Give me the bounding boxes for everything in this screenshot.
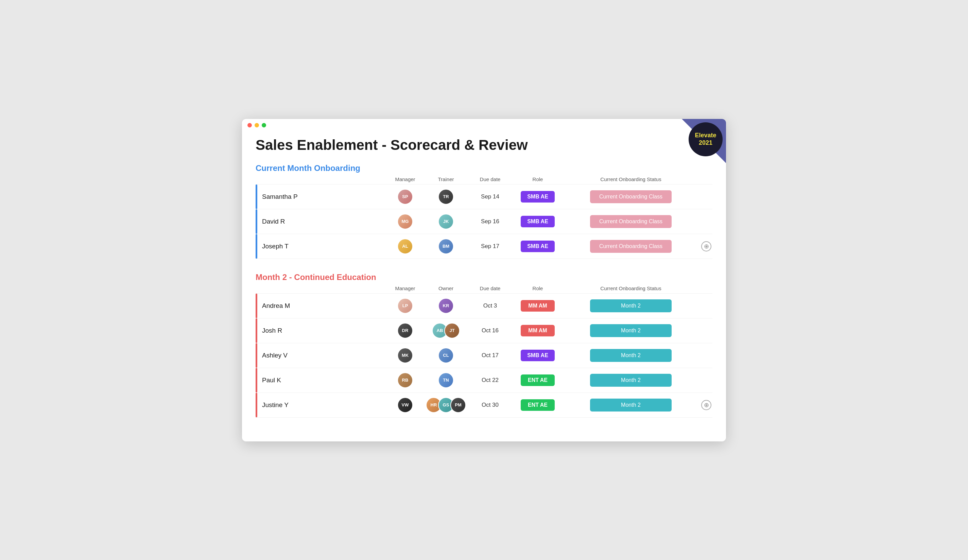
due-date: Sep 14	[466, 193, 514, 200]
row-border	[255, 293, 257, 318]
role-badge-cell: SMB AE	[514, 240, 562, 252]
section2-table: Manager Owner Due date Role Current Onbo…	[255, 285, 713, 418]
trainer-avatar-cell: BM	[426, 239, 466, 254]
section1-table: Manager Trainer Due date Role Current On…	[255, 176, 713, 259]
add-button[interactable]: ⊕	[701, 241, 711, 252]
due-date: Oct 22	[466, 377, 514, 384]
status-badge: Month 2	[590, 299, 671, 312]
section1-col-headers: Manager Trainer Due date Role Current On…	[255, 176, 713, 184]
avatar: RB	[397, 373, 413, 388]
status-badge: Current Onboarding Class	[590, 190, 671, 203]
row-border	[255, 343, 257, 368]
avatar: KR	[438, 298, 454, 314]
role-badge-cell: MM AM	[514, 300, 562, 311]
due-date: Sep 16	[466, 218, 514, 225]
avatar: AL	[397, 239, 413, 254]
role-badge: MM AM	[521, 300, 555, 311]
role-badge: ENT AE	[521, 399, 555, 411]
col-manager: Manager	[385, 176, 426, 182]
status-cell: Month 2	[562, 399, 700, 411]
manager-avatar-cell: VW	[385, 397, 426, 413]
col-status: Current Onboarding Status	[562, 285, 700, 291]
add-button[interactable]: ⊕	[701, 400, 711, 410]
role-badge-cell: MM AM	[514, 325, 562, 336]
status-badge: Month 2	[590, 324, 671, 337]
owner-avatar-cell: KR	[426, 298, 466, 314]
section2-col-headers: Manager Owner Due date Role Current Onbo…	[255, 285, 713, 293]
col-role: Role	[514, 285, 562, 291]
col-role: Role	[514, 176, 562, 182]
row-name-justine: Justine Y	[255, 393, 385, 417]
row-name-samantha: Samantha P	[255, 184, 385, 209]
status-cell: Current Onboarding Class	[562, 240, 700, 253]
status-cell: Month 2	[562, 349, 700, 362]
role-badge-cell: SMB AE	[514, 191, 562, 202]
due-date: Sep 17	[466, 243, 514, 250]
due-date: Oct 3	[466, 302, 514, 309]
col-owner: Owner	[426, 285, 466, 291]
role-badge-cell: ENT AE	[514, 399, 562, 411]
owner-avatar-cell: AB JT	[426, 323, 466, 338]
avatar: CL	[438, 348, 454, 363]
col-due: Due date	[466, 285, 514, 291]
status-badge: Current Onboarding Class	[590, 240, 671, 253]
row-border	[255, 234, 257, 258]
col-trainer: Trainer	[426, 176, 466, 182]
table-row: Ashley V MK CL Oct 17 SMB AE Month 2	[255, 343, 713, 368]
manager-avatar-cell: RB	[385, 373, 426, 388]
manager-avatar-cell: LP	[385, 298, 426, 314]
owner-avatar-cell: HR GS PM	[426, 397, 466, 413]
title-bar	[242, 119, 726, 130]
avatar: JK	[438, 214, 454, 229]
avatar: DR	[397, 323, 413, 338]
section-current-month: Current Month Onboarding Manager Trainer…	[255, 164, 713, 259]
status-badge: Month 2	[590, 349, 671, 362]
owner-avatar-cell: CL	[426, 348, 466, 363]
row-name-joseph: Joseph T	[255, 234, 385, 258]
table-row: Andrea M LP KR Oct 3 MM AM Month 2	[255, 293, 713, 318]
table-row: David R MG JK Sep 16 SMB AE Current Onbo…	[255, 209, 713, 234]
avatar: SP	[397, 189, 413, 205]
row-border	[255, 393, 257, 417]
status-badge: Month 2	[590, 399, 671, 411]
col-manager: Manager	[385, 285, 426, 291]
manager-avatar-cell: MG	[385, 214, 426, 229]
trainer-avatar-cell: TR	[426, 189, 466, 205]
row-border	[255, 368, 257, 393]
due-date: Oct 17	[466, 352, 514, 359]
row-border	[255, 209, 257, 234]
avatar: TR	[438, 189, 454, 205]
table-row: Josh R DR AB JT Oct 16 MM AM Month 2	[255, 318, 713, 343]
manager-avatar-cell: SP	[385, 189, 426, 205]
avatar: VW	[397, 397, 413, 413]
maximize-dot[interactable]	[262, 123, 266, 128]
status-cell: Month 2	[562, 324, 700, 337]
avatar: JT	[444, 323, 460, 338]
table-row: Samantha P SP TR Sep 14 SMB AE Current O…	[255, 184, 713, 209]
table-row: Paul K RB TN Oct 22 ENT AE Month 2	[255, 368, 713, 393]
due-date: Oct 30	[466, 402, 514, 408]
trainer-avatar-cell: JK	[426, 214, 466, 229]
avatar: MK	[397, 348, 413, 363]
row-border	[255, 318, 257, 343]
status-cell: Month 2	[562, 374, 700, 387]
table-row: Justine Y VW HR GS PM Oct 30 ENT AE	[255, 393, 713, 418]
close-dot[interactable]	[247, 123, 252, 128]
avatar: PM	[450, 397, 466, 413]
manager-avatar-cell: DR	[385, 323, 426, 338]
page-title: Sales Enablement - Scorecard & Review	[255, 137, 713, 153]
role-badge: MM AM	[521, 325, 555, 336]
row-name-paul: Paul K	[255, 368, 385, 393]
status-cell: Current Onboarding Class	[562, 215, 700, 228]
minimize-dot[interactable]	[255, 123, 259, 128]
row-name-david: David R	[255, 209, 385, 234]
role-badge-cell: ENT AE	[514, 374, 562, 386]
table-row: Joseph T AL BM Sep 17 SMB AE Current Onb…	[255, 234, 713, 259]
role-badge-cell: SMB AE	[514, 216, 562, 227]
row-name-josh: Josh R	[255, 318, 385, 343]
col-status: Current Onboarding Status	[562, 176, 700, 182]
row-name-ashley: Ashley V	[255, 343, 385, 368]
owner-avatar-cell: TN	[426, 373, 466, 388]
section1-title: Current Month Onboarding	[255, 164, 360, 173]
section2-title: Month 2 - Continued Education	[255, 273, 376, 282]
